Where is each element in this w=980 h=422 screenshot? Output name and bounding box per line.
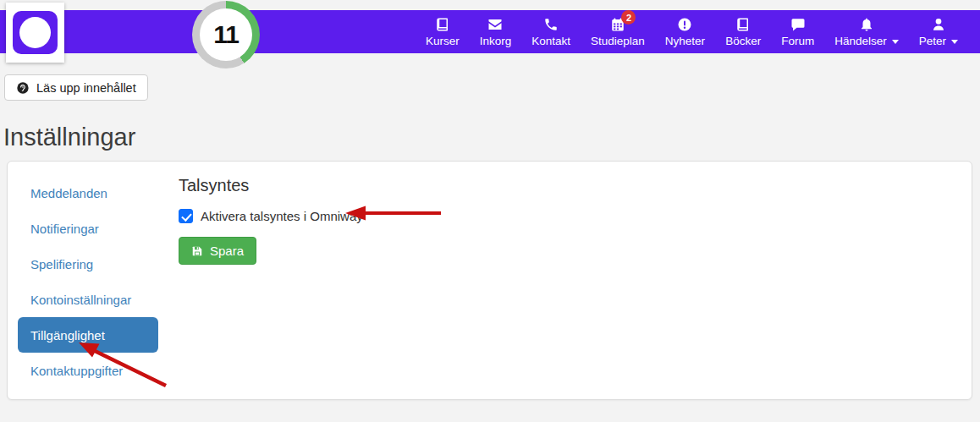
nav-label: Nyheter — [665, 35, 705, 47]
sidebar-item-meddelanden[interactable]: Meddelanden — [18, 175, 162, 211]
progress-ring[interactable]: 11 — [192, 1, 260, 69]
sidebar-item-kontaktuppgifter[interactable]: Kontaktuppgifter — [18, 353, 162, 388]
bell-icon — [858, 16, 874, 32]
sidebar-item-spelifiering[interactable]: Spelifiering — [18, 246, 162, 282]
settings-page: Kurser Inkorg Kontakt 2 Studieplan — [0, 0, 980, 422]
envelope-icon — [487, 16, 504, 32]
read-aloud-button[interactable]: Läs upp innehållet — [4, 74, 148, 101]
save-button[interactable]: Spara — [179, 237, 256, 265]
progress-value: 11 — [200, 8, 252, 61]
exclamation-circle-icon — [677, 16, 693, 32]
nav-item-studieplan[interactable]: 2 Studieplan — [581, 10, 655, 53]
top-navbar: Kurser Inkorg Kontakt 2 Studieplan — [0, 10, 980, 53]
caret-down-icon — [951, 40, 958, 44]
nav-item-nyheter[interactable]: Nyheter — [655, 10, 715, 53]
chat-bubble-icon — [790, 16, 806, 32]
nav-item-kontakt[interactable]: Kontakt — [521, 10, 581, 53]
sidebar-item-notifieringar[interactable]: Notifieringar — [18, 211, 162, 246]
nav-item-kurser[interactable]: Kurser — [416, 10, 470, 53]
studieplan-badge: 2 — [621, 10, 636, 25]
phone-icon — [543, 16, 559, 32]
listen-ear-icon — [16, 81, 30, 95]
app-logo[interactable] — [6, 3, 64, 63]
settings-content: Talsyntes Aktivera talsyntes i Omniway S… — [179, 162, 363, 265]
section-title: Talsyntes — [179, 176, 363, 195]
book-icon — [434, 16, 450, 32]
logo-circle — [19, 17, 51, 48]
nav-label: Studieplan — [591, 35, 645, 47]
page-title: Inställningar — [3, 123, 135, 151]
nav-item-handelser[interactable]: Händelser — [824, 10, 909, 53]
nav-label: Kurser — [426, 35, 460, 47]
nav-item-bocker[interactable]: Böcker — [715, 10, 771, 53]
nav-label: Peter — [919, 35, 946, 47]
book-icon — [735, 16, 752, 32]
save-floppy-icon — [191, 245, 203, 257]
talsyntes-option-row: Aktivera talsyntes i Omniway — [179, 209, 363, 223]
settings-sidebar: Meddelanden Notifieringar Spelifiering K… — [18, 175, 162, 388]
save-button-label: Spara — [210, 244, 244, 258]
read-aloud-label: Läs upp innehållet — [36, 81, 136, 95]
nav-label: Händelser — [834, 35, 887, 47]
nav-label: Forum — [781, 35, 814, 47]
nav-item-forum[interactable]: Forum — [771, 10, 824, 53]
user-icon — [930, 16, 946, 32]
nav-item-user-peter[interactable]: Peter — [909, 10, 968, 53]
sidebar-item-tillganglighet[interactable]: Tillgänglighet — [18, 317, 158, 353]
settings-card: Meddelanden Notifieringar Spelifiering K… — [7, 161, 972, 400]
sidebar-item-kontoinstallningar[interactable]: Kontoinställningar — [18, 282, 162, 317]
nav-label: Kontakt — [531, 35, 570, 47]
logo-square — [13, 11, 58, 54]
calendar-icon: 2 — [609, 16, 625, 32]
nav-label: Böcker — [725, 35, 761, 47]
nav-item-inkorg[interactable]: Inkorg — [470, 10, 522, 53]
talsyntes-checkbox[interactable] — [179, 209, 193, 223]
navbar-menu: Kurser Inkorg Kontakt 2 Studieplan — [416, 10, 968, 53]
talsyntes-checkbox-label[interactable]: Aktivera talsyntes i Omniway — [201, 209, 363, 223]
caret-down-icon — [892, 40, 899, 44]
nav-label: Inkorg — [480, 35, 512, 47]
